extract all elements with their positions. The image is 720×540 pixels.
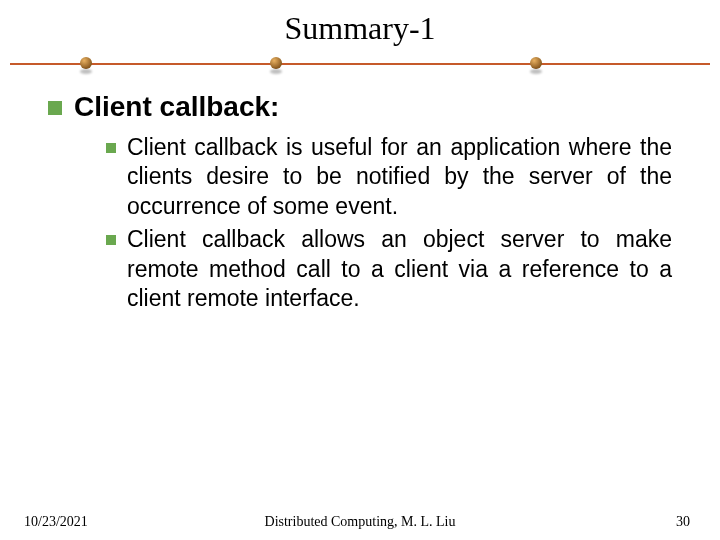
rule-line xyxy=(10,63,710,65)
footer-page-number: 30 xyxy=(676,514,690,530)
rule-dot-shadow xyxy=(530,69,542,74)
list-item: Client callback is useful for an applica… xyxy=(106,133,672,221)
slide-title: Summary-1 xyxy=(0,10,720,47)
title-rule xyxy=(0,55,720,73)
content-area: Client callback: Client callback is usef… xyxy=(0,73,720,314)
rule-dot xyxy=(80,57,92,69)
rule-dot-shadow xyxy=(80,69,92,74)
rule-dot-shadow xyxy=(270,69,282,74)
footer-title: Distributed Computing, M. L. Liu xyxy=(265,514,456,530)
square-bullet-icon xyxy=(106,235,116,245)
rule-dot xyxy=(530,57,542,69)
list-item: Client callback allows an object server … xyxy=(106,225,672,313)
heading-text: Client callback: xyxy=(74,91,279,123)
bullet-text: Client callback allows an object server … xyxy=(127,225,672,313)
sublist: Client callback is useful for an applica… xyxy=(48,133,672,314)
title-area: Summary-1 xyxy=(0,0,720,47)
footer: 10/23/2021 Distributed Computing, M. L. … xyxy=(0,514,720,530)
square-bullet-icon xyxy=(106,143,116,153)
list-item: Client callback: xyxy=(48,91,672,123)
footer-date: 10/23/2021 xyxy=(24,514,88,530)
square-bullet-icon xyxy=(48,101,62,115)
bullet-text: Client callback is useful for an applica… xyxy=(127,133,672,221)
rule-dot xyxy=(270,57,282,69)
